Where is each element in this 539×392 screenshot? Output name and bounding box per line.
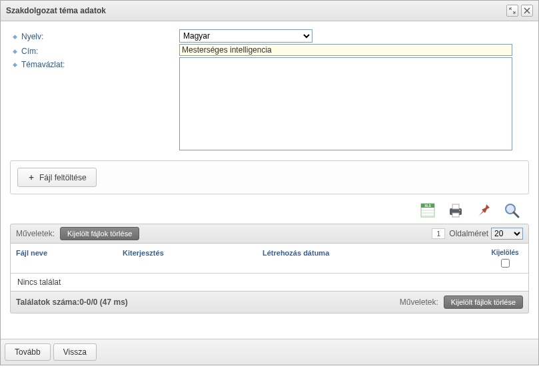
titlebar: Szakdolgozat téma adatok	[1, 1, 538, 21]
operations-bar-top: Műveletek: Kijelölt fájlok törlése 1 Old…	[10, 224, 529, 244]
magnifier-icon	[503, 202, 520, 219]
pagesize-label: Oldalméret	[449, 229, 488, 238]
column-selection: Kijelölés	[482, 244, 528, 273]
column-filename[interactable]: Fájl neve	[11, 244, 117, 273]
svg-line-11	[514, 212, 518, 217]
page-number[interactable]: 1	[432, 228, 445, 239]
pin-icon	[475, 202, 492, 219]
bullet-icon: ◆	[13, 47, 17, 56]
export-toolbar: XLS	[6, 194, 533, 224]
select-all-checkbox[interactable]	[501, 259, 510, 268]
no-results-row: Nincs találat	[11, 274, 528, 291]
label-nyelv: ◆ Nyelv:	[6, 29, 179, 43]
column-extension[interactable]: Kiterjesztés	[117, 244, 257, 273]
svg-point-9	[459, 210, 460, 211]
operations-label-bottom: Műveletek:	[400, 297, 438, 307]
title-input[interactable]	[179, 44, 512, 56]
svg-rect-8	[452, 213, 459, 217]
upload-section: ＋ Fájl feltöltése	[10, 160, 529, 194]
pin-button[interactable]	[474, 201, 493, 220]
export-xls-button[interactable]: XLS	[418, 201, 437, 220]
svg-text:XLS: XLS	[424, 204, 431, 208]
column-created[interactable]: Létrehozás dátuma	[257, 244, 482, 273]
pagesize-select[interactable]: 20	[491, 228, 523, 240]
label-temavazlat: ◆ Témavázlat:	[6, 57, 179, 152]
dialog-footer: Tovább Vissza	[1, 339, 538, 365]
next-button[interactable]: Tovább	[5, 343, 51, 361]
file-table: Fájl neve Kiterjesztés Létrehozás dátuma…	[10, 244, 529, 292]
operations-label: Műveletek:	[16, 229, 55, 238]
expand-icon	[509, 7, 516, 14]
language-select[interactable]: Magyar	[179, 29, 312, 43]
bullet-icon: ◆	[13, 32, 17, 41]
back-button[interactable]: Vissza	[53, 343, 97, 361]
operations-bar-bottom: Találatok száma:0-0/0 (47 ms) Műveletek:…	[10, 292, 529, 313]
xls-icon: XLS	[419, 202, 436, 219]
search-button[interactable]	[502, 201, 521, 220]
delete-selected-button-top[interactable]: Kijelölt fájlok törlése	[60, 227, 139, 240]
dialog-title: Szakdolgozat téma adatok	[6, 6, 106, 15]
plus-icon: ＋	[27, 172, 35, 183]
print-button[interactable]	[446, 201, 465, 220]
label-cim: ◆ Cím:	[6, 44, 179, 56]
printer-icon	[447, 202, 464, 219]
bullet-icon: ◆	[13, 60, 17, 69]
table-header: Fájl neve Kiterjesztés Létrehozás dátuma…	[11, 244, 528, 274]
svg-rect-7	[452, 204, 459, 209]
dialog-window: Szakdolgozat téma adatok ◆ Nyelv: Magyar	[0, 0, 539, 365]
outline-textarea[interactable]	[179, 57, 512, 150]
close-icon	[524, 7, 530, 14]
delete-selected-button-bottom[interactable]: Kijelölt fájlok törlése	[444, 295, 523, 309]
maximize-button[interactable]	[506, 5, 518, 17]
close-button[interactable]	[521, 5, 533, 17]
result-count: Találatok száma:0-0/0 (47 ms)	[16, 297, 128, 307]
upload-file-button[interactable]: ＋ Fájl feltöltése	[17, 168, 97, 187]
